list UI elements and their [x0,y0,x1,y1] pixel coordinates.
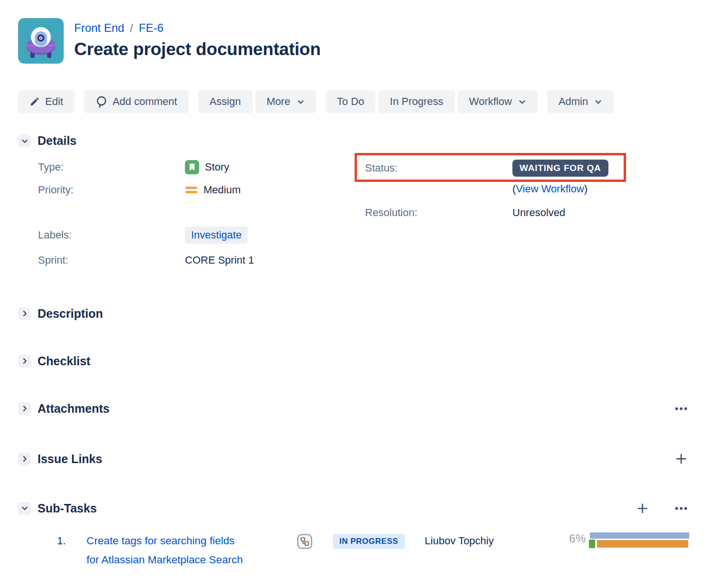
type-value: Story [185,160,229,174]
priority-field: Priority: Medium [38,184,241,196]
chevron-down-icon [518,98,526,106]
label-chip-investigate[interactable]: Investigate [185,227,248,244]
priority-label: Priority: [38,184,185,196]
more-button-label: More [267,95,290,108]
assign-button-label: Assign [210,95,241,108]
checklist-section-title: Checklist [38,354,90,368]
attachments-expand-toggle[interactable] [18,402,31,415]
attachments-section-header: Attachments [18,401,689,416]
more-button[interactable]: More [255,90,316,113]
issue-header: Front End / FE-6 Create project document… [18,18,689,64]
issue-page: Front End / FE-6 Create project document… [18,18,689,569]
breadcrumb-separator: / [130,21,133,35]
issue-links-expand-toggle[interactable] [18,453,31,465]
project-avatar-icon [18,18,64,64]
view-workflow-link[interactable]: View Workflow [516,183,584,195]
chevron-down-icon [297,98,305,106]
priority-medium-icon [185,184,198,196]
sprint-value: CORE Sprint 1 [185,254,254,266]
subtasks-section-title: Sub-Tasks [38,502,97,515]
subtasks-more-actions-button[interactable] [673,505,689,512]
status-field: Status: WAITING FOR QA [365,160,630,177]
chevron-down-icon [21,504,29,512]
subtasks-section-header: Sub-Tasks [18,501,689,515]
header-text: Front End / FE-6 Create project document… [74,18,321,64]
workflow-button[interactable]: Workflow [458,90,538,113]
subtask-progress-percent: 6% [569,532,586,545]
subtask-number: 1. [57,531,87,550]
admin-button[interactable]: Admin [547,90,614,113]
issue-links-section-title: Issue Links [38,452,102,466]
breadcrumb-issue-link[interactable]: FE-6 [139,21,164,35]
resolution-label: Resolution: [365,207,512,219]
todo-button-label: To Do [337,95,364,108]
comment-bubble-icon [96,95,107,108]
page-title: Create project documentation [74,39,321,59]
chevron-right-icon [21,405,29,412]
ellipsis-icon [675,407,687,410]
chevron-right-icon [21,310,29,317]
sprint-label: Sprint: [38,254,185,266]
toolbar: Edit Add comment Assign More To Do In Pr… [18,90,689,113]
subtask-title-link[interactable]: Create tags for searching fields for Atl… [87,531,244,569]
labels-field: Labels: Investigate [38,227,248,244]
attachments-more-actions-button[interactable] [673,405,689,412]
priority-value-text: Medium [203,184,241,196]
subtask-progress: 6% [569,532,689,548]
todo-transition-button[interactable]: To Do [326,90,376,113]
description-expand-toggle[interactable] [18,307,31,320]
subtask-status-lozenge: IN PROGRESS [333,534,405,549]
in-progress-button-label: In Progress [390,95,443,108]
view-workflow-wrap: (View Workflow) [512,183,588,195]
subtask-assignee: Liubov Topchiy [425,531,494,550]
subtask-icon [297,534,312,549]
type-label: Type: [38,161,185,173]
assign-button[interactable]: Assign [198,90,252,113]
add-comment-button[interactable]: Add comment [84,90,189,113]
edit-button[interactable]: Edit [18,90,75,113]
chevron-right-icon [21,455,29,463]
description-section-header: Description [18,306,689,321]
status-label: Status: [365,162,512,174]
checklist-expand-toggle[interactable] [18,355,31,368]
issue-links-section-header: Issue Links [18,452,689,466]
details-section-header: Details [18,134,689,148]
details-fields: Type: Story Priority: Medium Labels: Inv… [18,157,689,273]
progress-bar-total [590,532,689,539]
progress-bar-done [589,540,595,548]
breadcrumb: Front End / FE-6 [74,21,321,35]
type-value-text: Story [205,161,229,173]
add-subtask-button[interactable] [635,501,650,516]
subtask-row: 1. Create tags for searching fields for … [18,531,689,569]
checklist-section-header: Checklist [18,354,689,368]
details-collapse-toggle[interactable] [18,134,31,147]
paren-close: ) [584,183,588,195]
details-section-title: Details [38,134,77,148]
workflow-button-label: Workflow [469,95,512,108]
plus-icon [675,452,687,466]
attachments-section-title: Attachments [38,402,109,416]
status-badge: WAITING FOR QA [512,160,608,177]
add-issue-link-button[interactable] [673,450,689,468]
view-workflow-row: (View Workflow) [512,183,588,195]
chevron-down-icon [594,98,602,106]
description-section-title: Description [38,307,103,321]
progress-bar-bottom [589,540,689,548]
pencil-icon [29,96,40,107]
labels-label: Labels: [38,229,185,241]
subtasks-collapse-toggle[interactable] [18,502,31,515]
add-comment-button-label: Add comment [113,95,177,108]
subtask-progress-bars [589,532,689,548]
type-field: Type: Story [38,160,229,174]
chevron-down-icon [21,137,29,145]
plus-icon [636,503,648,514]
progress-bar-remaining [597,540,688,548]
sprint-field: Sprint: CORE Sprint 1 [38,254,254,266]
resolution-value: Unresolved [512,207,565,219]
chevron-right-icon [21,357,29,365]
in-progress-transition-button[interactable]: In Progress [378,90,455,113]
ellipsis-icon [675,507,687,510]
resolution-field: Resolution: Unresolved [365,207,565,219]
breadcrumb-project-link[interactable]: Front End [74,21,124,35]
edit-button-label: Edit [45,95,63,108]
